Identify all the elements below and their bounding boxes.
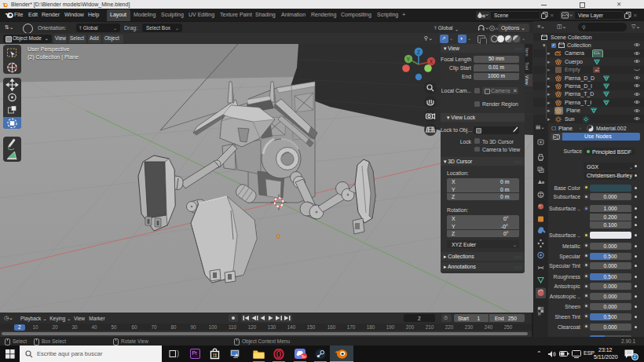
svg-text:Y: Y — [407, 57, 411, 62]
svg-text:Z: Z — [417, 49, 420, 55]
svg-text:X: X — [430, 59, 434, 64]
